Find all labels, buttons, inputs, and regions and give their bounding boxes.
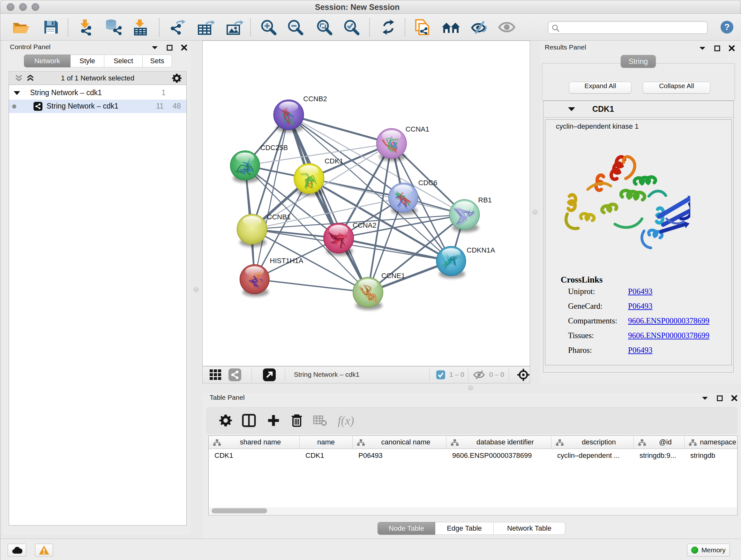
crosslink-link[interactable]: P06493 — [628, 302, 652, 311]
control-panel-title: Control Panel — [10, 43, 51, 51]
network-edge-ccna2-cdkn1a[interactable] — [339, 238, 451, 261]
import-network-database-icon[interactable] — [104, 19, 122, 36]
zoom-in-icon[interactable] — [260, 19, 277, 36]
maximize-results-icon[interactable] — [714, 45, 720, 51]
search-input[interactable] — [562, 22, 704, 33]
birdseye-toggle-icon[interactable] — [517, 368, 530, 381]
network-row[interactable]: String Network – cdk1 11 48 — [9, 100, 186, 113]
network-node-ccnb1[interactable] — [237, 214, 267, 247]
close-results-icon[interactable] — [729, 45, 735, 51]
network-node-ccne1[interactable] — [353, 277, 383, 310]
float-table-icon[interactable] — [701, 396, 709, 400]
divider-bottom[interactable] — [202, 383, 741, 393]
add-column-icon[interactable] — [267, 414, 280, 427]
import-network-file-icon[interactable] — [77, 19, 94, 36]
zoom-window-button[interactable] — [31, 3, 39, 11]
network-node-cdk1[interactable] — [293, 163, 324, 196]
tab-network[interactable]: Network — [24, 55, 71, 67]
expand-all-button[interactable]: Expand All — [569, 82, 631, 94]
split-table-icon[interactable] — [242, 414, 256, 427]
collapse-all-button[interactable]: Collapse All — [643, 82, 711, 94]
tab-edge-table[interactable]: Edge Table — [435, 522, 494, 535]
delete-table-icon[interactable] — [313, 415, 327, 426]
tab-sets[interactable]: Sets — [143, 55, 172, 67]
column-header-database-identifier[interactable]: database identifier — [447, 436, 551, 449]
tab-node-table[interactable]: Node Table — [378, 522, 435, 535]
column-header-name[interactable]: name — [300, 436, 353, 449]
show-all-icon[interactable] — [498, 21, 516, 34]
tab-select[interactable]: Select — [105, 55, 143, 67]
network-node-cdc6[interactable] — [388, 183, 418, 215]
network-node-ccna2[interactable] — [323, 223, 354, 256]
zoom-selected-icon[interactable] — [343, 19, 360, 36]
network-edge-hist1h1a-ccne1[interactable] — [255, 279, 368, 293]
tab-string[interactable]: String — [621, 55, 656, 68]
table-horizontal-scrollbar[interactable] — [209, 507, 737, 514]
column-header-description[interactable]: description — [551, 436, 634, 449]
help-icon[interactable]: ? — [720, 20, 734, 34]
float-panel-icon[interactable] — [151, 45, 158, 50]
function-builder-icon[interactable]: f(x) — [338, 414, 354, 428]
minimize-window-button[interactable] — [19, 3, 27, 11]
birdseye-share-icon[interactable] — [228, 368, 241, 381]
close-panel-icon[interactable] — [181, 44, 187, 51]
column-header-canonical-name[interactable]: canonical name — [353, 436, 447, 449]
network-node-cdc25b[interactable] — [230, 150, 260, 183]
network-from-selection-icon[interactable] — [414, 18, 430, 36]
crosslink-link[interactable]: 9606.ENSP00000378699 — [628, 331, 710, 340]
network-node-cdkn1a[interactable] — [436, 246, 466, 278]
collection-expander-icon[interactable] — [13, 91, 20, 96]
collection-count: 1 — [161, 88, 165, 97]
column-header-shared-name[interactable]: shared name — [209, 436, 300, 449]
divider-left[interactable] — [191, 41, 202, 383]
network-view[interactable]: CCNB2 CCNA1 CDC25B CDK1 — [202, 41, 530, 366]
zoom-fit-icon[interactable] — [316, 19, 333, 36]
gene-expander-icon[interactable] — [568, 107, 576, 112]
open-session-icon[interactable] — [12, 20, 29, 35]
gene-section-header[interactable]: CDK1 — [543, 101, 733, 118]
network-canvas[interactable]: CCNB2 CCNA1 CDC25B CDK1 — [203, 41, 530, 366]
network-edge-ccnb2-ccne1[interactable] — [288, 115, 368, 293]
export-image-icon[interactable] — [226, 19, 243, 36]
save-session-icon[interactable] — [43, 19, 58, 35]
hide-selected-icon[interactable] — [471, 20, 488, 34]
float-results-icon[interactable] — [699, 46, 706, 51]
node-table[interactable]: shared namenamecanonical namedatabase id… — [208, 435, 738, 515]
network-collection-row[interactable]: String Network – cdk1 1 — [9, 86, 186, 100]
close-window-button[interactable] — [7, 3, 14, 11]
export-table-icon[interactable] — [197, 19, 214, 36]
refresh-icon[interactable] — [380, 19, 397, 36]
crosslink-link[interactable]: P06493 — [628, 346, 652, 355]
first-neighbors-icon[interactable] — [441, 20, 461, 34]
column-header--id[interactable]: @id — [634, 436, 684, 449]
delete-column-trash-icon[interactable] — [291, 414, 303, 428]
open-in-window-icon[interactable] — [263, 368, 276, 381]
table-row[interactable]: CDK1CDK1P064939606.ENSP00000378699cyclin… — [209, 449, 738, 462]
warnings-button[interactable] — [35, 544, 53, 557]
network-node-ccna1[interactable] — [376, 128, 407, 161]
network-options-gear-icon[interactable] — [172, 73, 182, 83]
zoom-out-icon[interactable] — [287, 19, 304, 36]
network-node-hist1h1a[interactable] — [240, 264, 270, 297]
scrollbar-thumb[interactable] — [212, 508, 267, 513]
divider-right[interactable] — [530, 41, 540, 383]
cloud-button[interactable] — [8, 544, 26, 557]
close-table-icon[interactable] — [731, 395, 738, 401]
selected-checkbox-icon[interactable] — [436, 370, 446, 380]
tab-style[interactable]: Style — [71, 55, 105, 67]
network-edge-ccnb2-hist1h1a[interactable] — [255, 115, 289, 279]
network-edge-cdk1-rb1[interactable] — [309, 179, 464, 214]
crosslink-link[interactable]: P06493 — [628, 287, 652, 296]
export-network-icon[interactable] — [168, 19, 185, 36]
grid-view-icon[interactable] — [210, 369, 222, 381]
crosslink-link[interactable]: 9606.ENSP00000378699 — [628, 316, 710, 325]
column-header-namespace[interactable]: namespace — [684, 436, 738, 449]
import-table-file-icon[interactable] — [132, 19, 147, 36]
table-settings-gear-icon[interactable] — [219, 414, 232, 427]
maximize-panel-icon[interactable] — [166, 45, 173, 51]
maximize-table-icon[interactable] — [717, 395, 723, 401]
network-node-ccnb2[interactable] — [273, 100, 304, 132]
network-node-rb1[interactable] — [449, 199, 480, 232]
memory-button[interactable]: Memory — [687, 544, 730, 557]
tab-network-table[interactable]: Network Table — [494, 522, 565, 535]
